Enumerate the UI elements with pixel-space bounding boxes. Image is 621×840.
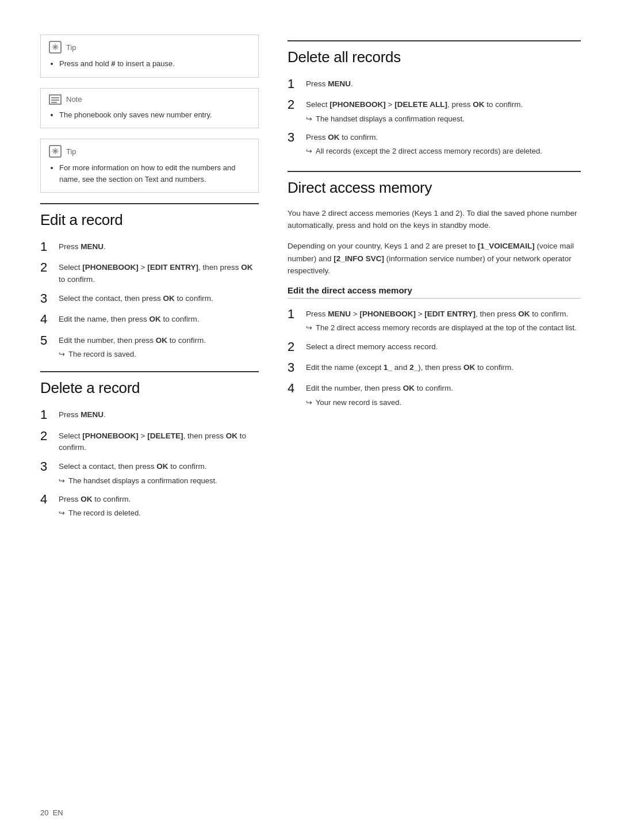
arrow-icon: ↪ — [59, 475, 65, 487]
step-item: 3 Press OK to confirm. ↪ All records (ex… — [288, 130, 581, 157]
dam-intro-2: Depending on your country, Keys 1 and 2 … — [288, 240, 581, 277]
tip-icon-2: ✳ — [49, 145, 62, 158]
result-line: ↪ The 2 direct access memory records are… — [306, 322, 577, 334]
tip-label-2: Tip — [66, 147, 76, 156]
delete-all-section: Delete all records 1 Press MENU. 2 Selec… — [288, 40, 581, 157]
page-lang: EN — [53, 808, 63, 817]
step-item: 3 Edit the name (except 1_ and 2_), then… — [288, 360, 581, 375]
direct-access-section: Direct access memory You have 2 direct a… — [288, 171, 581, 408]
arrow-icon: ↪ — [59, 349, 65, 360]
step-item: 4 Edit the number, then press OK to conf… — [288, 381, 581, 408]
tip-content-2: For more information on how to edit the … — [49, 162, 250, 185]
note-label-1: Note — [66, 95, 82, 104]
page-number: 20 — [40, 808, 48, 817]
tip2-bullet: For more information on how to edit the … — [59, 162, 250, 185]
page-footer: 20 EN — [40, 808, 63, 817]
arrow-icon: ↪ — [306, 322, 312, 334]
step-item: 4 Press OK to confirm. ↪ The record is d… — [40, 492, 259, 519]
step-item: 1 Press MENU. — [40, 407, 259, 422]
note-content-1: The phonebook only saves new number entr… — [49, 109, 250, 121]
result-line: ↪ Your new record is saved. — [306, 397, 453, 408]
tip1-bullet: Press and hold # to insert a pause. — [59, 58, 250, 70]
arrow-icon: ↪ — [59, 507, 65, 519]
step-item: 4 Edit the name, then press OK to confir… — [40, 312, 259, 327]
result-line: ↪ The handset displays a confirmation re… — [306, 113, 523, 125]
note-icon-1 — [49, 94, 62, 105]
step-item: 3 Select a contact, then press OK to con… — [40, 459, 259, 486]
right-column: Delete all records 1 Press MENU. 2 Selec… — [288, 35, 581, 525]
step-item: 1 Press MENU. — [40, 239, 259, 254]
page-layout: ✳ Tip Press and hold # to insert a pause… — [40, 35, 581, 525]
step-item: 5 Edit the number, then press OK to conf… — [40, 333, 259, 360]
result-line: ↪ All records (except the 2 direct acces… — [306, 146, 542, 157]
arrow-icon: ↪ — [306, 113, 312, 125]
tip-label-1: Tip — [66, 43, 76, 52]
arrow-icon: ↪ — [306, 146, 312, 157]
step-item: 2 Select [PHONEBOOK] > [DELETE], then pr… — [40, 429, 259, 454]
direct-access-title: Direct access memory — [288, 171, 581, 197]
note-header-1: Note — [49, 94, 250, 105]
delete-all-title: Delete all records — [288, 40, 581, 66]
edit-record-title: Edit a record — [40, 203, 259, 229]
step-item: 3 Select the contact, then press OK to c… — [40, 291, 259, 306]
result-line: ↪ The record is saved. — [59, 349, 206, 360]
step-item: 1 Press MENU. — [288, 77, 581, 91]
tip-header-2: ✳ Tip — [49, 145, 250, 158]
delete-all-steps: 1 Press MENU. 2 Select [PHONEBOOK] > [DE… — [288, 77, 581, 157]
delete-record-section: Delete a record 1 Press MENU. 2 Select [… — [40, 371, 259, 518]
tip-box-2: ✳ Tip For more information on how to edi… — [40, 139, 259, 193]
step-item: 2 Select [PHONEBOOK] > [DELETE ALL], pre… — [288, 97, 581, 124]
delete-record-steps: 1 Press MENU. 2 Select [PHONEBOOK] > [DE… — [40, 407, 259, 518]
result-line: ↪ The handset displays a confirmation re… — [59, 475, 217, 487]
tip-header-1: ✳ Tip — [49, 41, 250, 54]
step-item: 2 Select a direct memory access record. — [288, 339, 581, 354]
arrow-icon: ↪ — [306, 397, 312, 408]
step-item: 1 Press MENU > [PHONEBOOK] > [EDIT ENTRY… — [288, 307, 581, 334]
dam-intro-1: You have 2 direct access memories (Keys … — [288, 207, 581, 232]
note1-bullet: The phonebook only saves new number entr… — [59, 109, 250, 121]
delete-record-title: Delete a record — [40, 371, 259, 397]
edit-record-section: Edit a record 1 Press MENU. 2 Select [PH… — [40, 203, 259, 360]
result-line: ↪ The record is deleted. — [59, 507, 141, 519]
note-box-1: Note The phonebook only saves new number… — [40, 88, 259, 129]
tip-box-1: ✳ Tip Press and hold # to insert a pause… — [40, 35, 259, 78]
dam-subsection-title: Edit the direct access memory — [288, 285, 581, 299]
tip-icon-1: ✳ — [49, 41, 62, 54]
dam-steps: 1 Press MENU > [PHONEBOOK] > [EDIT ENTRY… — [288, 307, 581, 408]
step-item: 2 Select [PHONEBOOK] > [EDIT ENTRY], the… — [40, 260, 259, 285]
tip-content-1: Press and hold # to insert a pause. — [49, 58, 250, 70]
left-column: ✳ Tip Press and hold # to insert a pause… — [40, 35, 259, 525]
edit-record-steps: 1 Press MENU. 2 Select [PHONEBOOK] > [ED… — [40, 239, 259, 360]
